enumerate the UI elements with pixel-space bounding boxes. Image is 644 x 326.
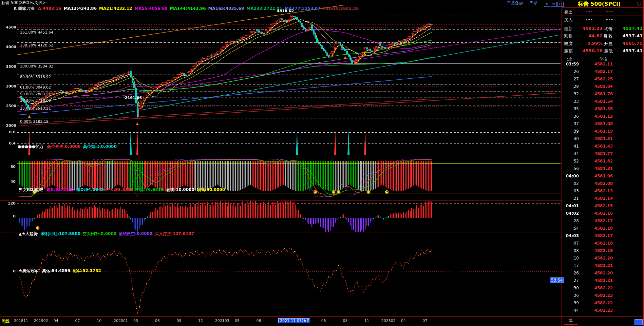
tick-price: 4581.77 [592,151,615,156]
tick-price: 4582.17 [592,233,615,238]
tick-time: 04:03 [563,233,579,238]
tick-time: :41 [563,144,579,149]
tick-time: :30 [563,286,579,290]
subpanel-tick: 0 [0,214,16,218]
stat-label: 开盘 [604,41,613,47]
tick-price: 4581.35 [592,107,615,111]
tick-time: :07 [563,241,579,246]
buy-label: 买入 [564,17,573,23]
tick-price: 4582.20 [592,256,615,261]
indicator-param: 奥运:54.4895 [42,268,70,273]
tick-price: 4582.19 [592,248,615,253]
tick-price: 4582.22 [592,301,615,305]
fib-label: 138.20% 4120.62 [20,43,53,47]
forward-arrow-icon[interactable]: ⇨ [551,2,557,7]
axis-date-label: 11 [364,319,369,323]
tick-time: :10 [563,256,579,261]
tick-time: :17 [563,263,579,268]
stat-label: 最低 [604,48,613,54]
scroll-corner-icon[interactable] [634,319,643,325]
subpanel-tick: 40 [0,179,16,184]
maximize-icon[interactable]: □ [637,1,641,6]
back-arrow-icon[interactable]: ⇦ [544,2,550,7]
tab-bi[interactable]: 笔 [564,317,578,325]
tick-time: 03:59 [563,62,579,66]
yiwan-panel-header: ●●●●●亿万 低位买进:0.0000高位抛出:0.0000 [18,144,119,150]
tick-price: 4582.15 [592,204,615,208]
fib-label: 50.00% 2883.51 [20,92,51,96]
axis-date-label: 12 [198,319,203,323]
tick-price: 4581.08 [592,121,615,126]
axis-date-label: 10 [97,319,101,323]
tick-time: :39 [563,129,579,134]
tick-time: :21 [563,196,579,201]
subpanel-tick: 80 [0,165,16,169]
tick-price: 4582.11 [592,62,615,66]
indicator-param: 中D:76.6819 [136,187,164,192]
fib-label: 23.60% 2513.21 [20,106,51,111]
stat-label: 最高 [564,48,573,54]
ma-value: MA13:4343.86 [64,6,97,11]
kdj-panel-header: 界文KDJ改进 短K:95.1450短D:94.0648中K:93.5399中D… [19,187,227,193]
tick-price: 4582.22 [592,286,615,290]
symbol-title: 标普 500(SPCI) [562,1,637,8]
indicator-param: 空头回补:0.0000 [83,231,116,236]
low-annotation: 2191.86 [125,96,142,100]
fib-label: 80.90% 3316.92 [20,75,51,79]
ma-value: MA55:4056.69 [134,6,167,11]
stat-label: 幅度 [564,41,573,47]
tick-time: :40 [563,136,579,141]
tick-time: :08 [563,248,579,253]
stat-label: 最新 [564,26,573,32]
tick-price: 4582.18 [592,226,615,231]
stat-value: 4565.75 [616,41,643,46]
axis-date-label: 201811 [14,319,28,323]
price-tick: 3500 [0,64,16,69]
sell-value-2: --- [606,9,613,14]
buy-value-1: --- [586,17,593,22]
tick-price: 4582.17 [592,69,615,74]
axis-date-label: 09 [176,319,181,323]
kdj-title: 界文KDJ改进 [19,187,43,192]
indicator-param: 短K:95.1450 [46,187,74,192]
sell-value-1: --- [586,9,593,14]
tick-price: 4581.76 [592,92,615,96]
high-annotation: 4818.62 [277,9,294,14]
tick-time: :27 [563,77,579,81]
tick-time: :29 [563,84,579,89]
period-tab[interactable]: 周线 [1,319,10,324]
stat-value: 44.82 [577,33,603,38]
olympic-title: ★奥运冠军 [19,268,39,273]
tick-time: :26 [563,69,579,74]
indicator-param: 底线:10.0000 [166,187,194,192]
sell-label: 卖出 [564,9,573,15]
fib-label: 61.80% 3049.02 [20,85,51,90]
stat-label: 涨跌 [564,33,573,39]
tick-time: :54 [563,226,579,231]
main-chart-canvas[interactable] [0,0,644,326]
axis-date-label: 04 [401,319,406,323]
tick-price: 4581.19 [592,129,615,134]
indicator-param: 坚绝做空:0.0000 [119,231,152,236]
tick-price: 4581.54 [592,99,615,104]
trend-title: ▲★大趋势 [19,231,38,236]
axis-date-label: 08 [343,319,347,323]
overlay-menu-link[interactable]: 商品叠加 [507,0,523,6]
tick-time: :27 [563,278,579,283]
indicator-param: 高位抛出:0.0000 [83,144,117,149]
period-menu-link[interactable]: 周期 [529,0,537,6]
tick-price: 4581.43 [592,144,615,149]
indicator-param: 冠军:52.3752 [73,268,101,273]
tick-price: 4582.14 [592,196,615,201]
main-indicator-header: K 胡家刀法 A:4403.16MA13:4343.86MA21:4232.12… [14,6,361,12]
price-tick: 4500 [0,25,16,30]
ma-value: MA144:4143.96 [170,6,206,11]
tick-time: :36 [563,293,579,298]
time-axis[interactable]: 周线 2018112019020407102020010306091220210… [0,317,562,326]
tick-time: :32 [563,92,579,96]
fib-label: 0.00% 2182.19 [20,119,49,124]
tick-col-time: 北京 [565,56,573,62]
axis-date-label: 202103 [215,319,229,323]
price-tick: 2000 [0,123,16,128]
cursor-date-box: 2021-11-05(五) [278,318,310,323]
